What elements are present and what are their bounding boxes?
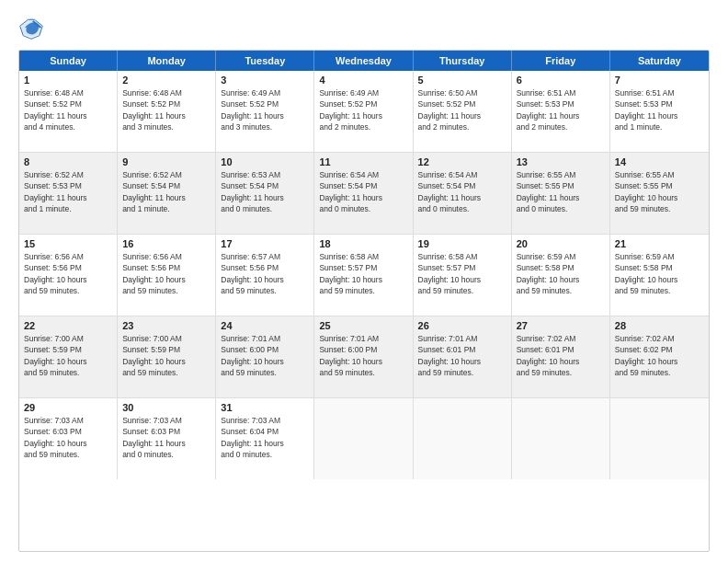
day-cell-14: 14Sunrise: 6:55 AMSunset: 5:55 PMDayligh… [610, 153, 709, 234]
day-number: 14 [615, 156, 704, 167]
logo [18, 15, 48, 40]
day-number: 31 [221, 402, 309, 413]
day-info: Sunrise: 6:50 AMSunset: 5:52 PMDaylight:… [418, 87, 506, 132]
day-number: 2 [122, 75, 210, 86]
day-info: Sunrise: 7:00 AMSunset: 5:59 PMDaylight:… [24, 333, 112, 378]
day-number: 22 [24, 320, 112, 331]
day-cell-3: 3Sunrise: 6:49 AMSunset: 5:52 PMDaylight… [216, 71, 314, 152]
header-day-sunday: Sunday [19, 51, 118, 71]
header-day-tuesday: Tuesday [216, 51, 314, 71]
header-day-thursday: Thursday [414, 51, 512, 71]
day-number: 29 [24, 402, 112, 413]
logo-icon [18, 15, 44, 40]
day-info: Sunrise: 7:03 AMSunset: 6:03 PMDaylight:… [122, 415, 210, 460]
header-day-wednesday: Wednesday [314, 51, 413, 71]
day-number: 8 [24, 156, 112, 167]
day-cell-5: 5Sunrise: 6:50 AMSunset: 5:52 PMDaylight… [414, 71, 512, 152]
day-number: 17 [221, 238, 309, 249]
day-info: Sunrise: 6:52 AMSunset: 5:53 PMDaylight:… [24, 169, 112, 214]
day-cell-18: 18Sunrise: 6:58 AMSunset: 5:57 PMDayligh… [314, 235, 413, 316]
day-cell-1: 1Sunrise: 6:48 AMSunset: 5:52 PMDaylight… [19, 71, 118, 152]
day-info: Sunrise: 6:53 AMSunset: 5:54 PMDaylight:… [221, 169, 309, 214]
day-cell-12: 12Sunrise: 6:54 AMSunset: 5:54 PMDayligh… [414, 153, 512, 234]
day-number: 20 [517, 238, 605, 249]
day-info: Sunrise: 6:56 AMSunset: 5:56 PMDaylight:… [24, 251, 112, 296]
day-info: Sunrise: 7:01 AMSunset: 6:01 PMDaylight:… [418, 333, 506, 378]
header-day-saturday: Saturday [610, 51, 709, 71]
day-cell-29: 29Sunrise: 7:03 AMSunset: 6:03 PMDayligh… [19, 398, 118, 479]
header-day-friday: Friday [512, 51, 610, 71]
week-row-4: 22Sunrise: 7:00 AMSunset: 5:59 PMDayligh… [19, 316, 709, 398]
day-number: 19 [418, 238, 506, 249]
day-info: Sunrise: 6:55 AMSunset: 5:55 PMDaylight:… [615, 169, 704, 214]
day-number: 16 [122, 238, 210, 249]
empty-cell [610, 398, 709, 479]
day-info: Sunrise: 7:03 AMSunset: 6:04 PMDaylight:… [221, 415, 309, 460]
day-info: Sunrise: 7:02 AMSunset: 6:01 PMDaylight:… [517, 333, 605, 378]
day-info: Sunrise: 6:51 AMSunset: 5:53 PMDaylight:… [615, 87, 704, 132]
day-cell-24: 24Sunrise: 7:01 AMSunset: 6:00 PMDayligh… [216, 316, 314, 397]
day-info: Sunrise: 7:01 AMSunset: 6:00 PMDaylight:… [319, 333, 407, 378]
day-cell-2: 2Sunrise: 6:48 AMSunset: 5:52 PMDaylight… [118, 71, 216, 152]
day-number: 9 [122, 156, 210, 167]
day-info: Sunrise: 6:54 AMSunset: 5:54 PMDaylight:… [418, 169, 506, 214]
day-info: Sunrise: 6:59 AMSunset: 5:58 PMDaylight:… [517, 251, 605, 296]
day-number: 12 [418, 156, 506, 167]
day-info: Sunrise: 6:51 AMSunset: 5:53 PMDaylight:… [517, 87, 605, 132]
day-info: Sunrise: 6:55 AMSunset: 5:55 PMDaylight:… [517, 169, 605, 214]
day-number: 3 [221, 75, 309, 86]
week-row-2: 8Sunrise: 6:52 AMSunset: 5:53 PMDaylight… [19, 153, 709, 235]
day-cell-19: 19Sunrise: 6:58 AMSunset: 5:57 PMDayligh… [414, 235, 512, 316]
day-cell-9: 9Sunrise: 6:52 AMSunset: 5:54 PMDaylight… [118, 153, 216, 234]
day-number: 23 [122, 320, 210, 331]
day-cell-26: 26Sunrise: 7:01 AMSunset: 6:01 PMDayligh… [414, 316, 512, 397]
day-info: Sunrise: 6:54 AMSunset: 5:54 PMDaylight:… [319, 169, 407, 214]
day-number: 13 [517, 156, 605, 167]
day-number: 15 [24, 238, 112, 249]
day-info: Sunrise: 7:01 AMSunset: 6:00 PMDaylight:… [221, 333, 309, 378]
day-number: 28 [615, 320, 704, 331]
day-info: Sunrise: 7:02 AMSunset: 6:02 PMDaylight:… [615, 333, 704, 378]
day-info: Sunrise: 6:58 AMSunset: 5:57 PMDaylight:… [418, 251, 506, 296]
day-cell-20: 20Sunrise: 6:59 AMSunset: 5:58 PMDayligh… [512, 235, 610, 316]
empty-cell [314, 398, 413, 479]
day-cell-25: 25Sunrise: 7:01 AMSunset: 6:00 PMDayligh… [314, 316, 413, 397]
day-cell-6: 6Sunrise: 6:51 AMSunset: 5:53 PMDaylight… [512, 71, 610, 152]
day-cell-13: 13Sunrise: 6:55 AMSunset: 5:55 PMDayligh… [512, 153, 610, 234]
day-cell-11: 11Sunrise: 6:54 AMSunset: 5:54 PMDayligh… [314, 153, 413, 234]
day-number: 7 [615, 75, 704, 86]
day-info: Sunrise: 6:58 AMSunset: 5:57 PMDaylight:… [319, 251, 407, 296]
day-cell-28: 28Sunrise: 7:02 AMSunset: 6:02 PMDayligh… [610, 316, 709, 397]
calendar-body: 1Sunrise: 6:48 AMSunset: 5:52 PMDaylight… [19, 71, 709, 479]
day-number: 11 [319, 156, 407, 167]
day-cell-15: 15Sunrise: 6:56 AMSunset: 5:56 PMDayligh… [19, 235, 118, 316]
day-cell-27: 27Sunrise: 7:02 AMSunset: 6:01 PMDayligh… [512, 316, 610, 397]
day-info: Sunrise: 6:49 AMSunset: 5:52 PMDaylight:… [319, 87, 407, 132]
day-info: Sunrise: 7:00 AMSunset: 5:59 PMDaylight:… [122, 333, 210, 378]
day-info: Sunrise: 6:52 AMSunset: 5:54 PMDaylight:… [122, 169, 210, 214]
page: SundayMondayTuesdayWednesdayThursdayFrid… [0, 0, 728, 563]
day-number: 10 [221, 156, 309, 167]
week-row-1: 1Sunrise: 6:48 AMSunset: 5:52 PMDaylight… [19, 71, 709, 153]
day-number: 27 [517, 320, 605, 331]
day-cell-21: 21Sunrise: 6:59 AMSunset: 5:58 PMDayligh… [610, 235, 709, 316]
calendar-header: SundayMondayTuesdayWednesdayThursdayFrid… [19, 51, 709, 71]
empty-cell [414, 398, 512, 479]
day-number: 26 [418, 320, 506, 331]
day-number: 24 [221, 320, 309, 331]
day-cell-31: 31Sunrise: 7:03 AMSunset: 6:04 PMDayligh… [216, 398, 314, 479]
day-info: Sunrise: 6:49 AMSunset: 5:52 PMDaylight:… [221, 87, 309, 132]
day-cell-17: 17Sunrise: 6:57 AMSunset: 5:56 PMDayligh… [216, 235, 314, 316]
day-info: Sunrise: 6:57 AMSunset: 5:56 PMDaylight:… [221, 251, 309, 296]
week-row-5: 29Sunrise: 7:03 AMSunset: 6:03 PMDayligh… [19, 398, 709, 479]
day-cell-8: 8Sunrise: 6:52 AMSunset: 5:53 PMDaylight… [19, 153, 118, 234]
day-cell-30: 30Sunrise: 7:03 AMSunset: 6:03 PMDayligh… [118, 398, 216, 479]
day-number: 5 [418, 75, 506, 86]
day-number: 30 [122, 402, 210, 413]
day-cell-4: 4Sunrise: 6:49 AMSunset: 5:52 PMDaylight… [314, 71, 413, 152]
header [18, 15, 710, 40]
day-number: 4 [319, 75, 407, 86]
day-number: 25 [319, 320, 407, 331]
day-cell-7: 7Sunrise: 6:51 AMSunset: 5:53 PMDaylight… [610, 71, 709, 152]
day-info: Sunrise: 6:48 AMSunset: 5:52 PMDaylight:… [24, 87, 112, 132]
